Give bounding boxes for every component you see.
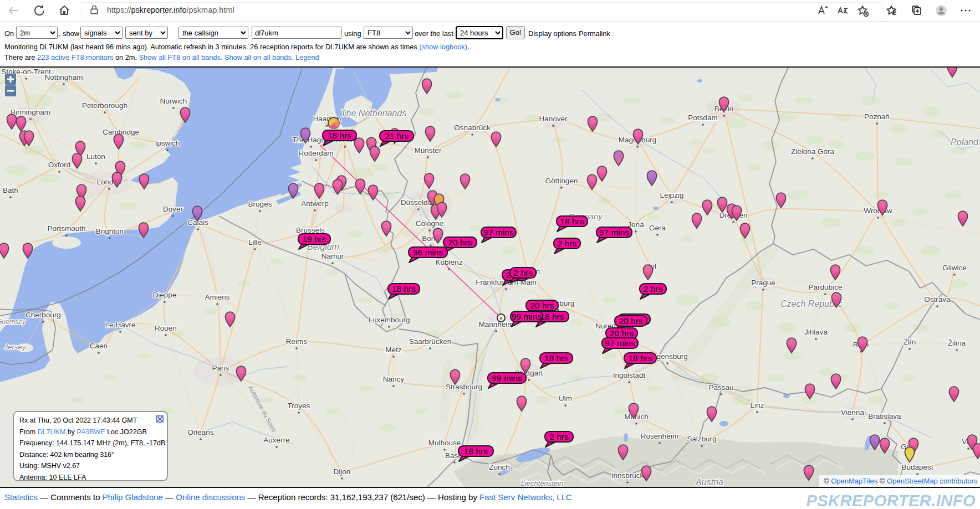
svg-text:99 mins: 99 mins <box>492 373 522 383</box>
svg-text:2 hrs: 2 hrs <box>549 432 569 441</box>
svg-text:Innsbruck: Innsbruck <box>611 471 644 480</box>
svg-text:Nancy: Nancy <box>383 375 405 383</box>
svg-text:21 hrs: 21 hrs <box>385 131 409 141</box>
svg-text:18 hrs: 18 hrs <box>464 446 488 456</box>
svg-text:Bruges: Bruges <box>248 200 272 208</box>
svg-text:Linz: Linz <box>751 401 764 409</box>
svg-text:97 mins: 97 mins <box>483 228 514 237</box>
svg-text:e: e <box>499 316 502 321</box>
svg-text:The Netherlands: The Netherlands <box>341 109 406 118</box>
svg-text:Guernsey: Guernsey <box>0 318 26 326</box>
svg-text:Hanover: Hanover <box>539 115 568 123</box>
svg-text:Münster: Münster <box>415 146 442 155</box>
svg-text:Cherbourg: Cherbourg <box>25 311 61 319</box>
svg-text:Vienna: Vienna <box>841 408 864 417</box>
svg-text:Rotterdam: Rotterdam <box>298 149 333 157</box>
svg-text:Rosenheim: Rosenheim <box>641 432 678 440</box>
svg-text:© OpenMapTiles © OpenStreetMap: © OpenMapTiles © OpenStreetMap contribut… <box>824 477 978 485</box>
svg-text:Mannheim: Mannheim <box>478 320 513 328</box>
svg-text:Luxembourg: Luxembourg <box>368 316 410 324</box>
svg-text:18 hrs: 18 hrs <box>544 353 568 363</box>
svg-text:Brighton: Brighton <box>96 227 124 235</box>
svg-text:Le Havre: Le Havre <box>105 321 136 329</box>
svg-text:Bratislava: Bratislava <box>868 412 901 420</box>
svg-text:Auxerre: Auxerre <box>263 436 289 444</box>
svg-text:Zurich: Zurich <box>489 463 510 471</box>
svg-text:Nottingham: Nottingham <box>44 73 83 81</box>
svg-text:Reims: Reims <box>286 337 308 346</box>
svg-text:Potsdam: Potsdam <box>688 114 717 122</box>
svg-text:Budapest: Budapest <box>901 463 933 471</box>
svg-text:Ingolstadt: Ingolstadt <box>613 371 646 379</box>
svg-text:20 hrs: 20 hrs <box>610 328 634 338</box>
svg-text:Osnabrück: Osnabrück <box>454 124 491 132</box>
svg-text:Saarbrücken: Saarbrücken <box>409 337 452 346</box>
svg-text:Leipzig: Leipzig <box>660 191 684 199</box>
svg-text:19 hrs: 19 hrs <box>302 234 326 244</box>
svg-text:Jersey: Jersey <box>4 343 27 351</box>
svg-text:Poland: Poland <box>951 137 979 147</box>
svg-text:Bath: Bath <box>3 186 18 194</box>
svg-text:Prague: Prague <box>751 279 775 287</box>
svg-text:Brussels: Brussels <box>296 226 325 234</box>
svg-text:Luton: Luton <box>86 152 105 161</box>
svg-text:Salzburg: Salzburg <box>687 435 716 443</box>
svg-text:Paris: Paris <box>212 364 229 372</box>
svg-text:2 hrs: 2 hrs <box>644 284 663 294</box>
svg-text:2 hrs: 2 hrs <box>558 239 577 248</box>
svg-text:Poznań: Poznań <box>864 112 890 121</box>
svg-text:Birmingham: Birmingham <box>11 108 50 116</box>
svg-text:Metz: Metz <box>385 346 402 354</box>
svg-text:Caen: Caen <box>90 342 108 350</box>
svg-text:Liechtenstein: Liechtenstein <box>521 479 564 487</box>
svg-text:Dieppe: Dieppe <box>153 291 177 299</box>
svg-text:2 hrs: 2 hrs <box>513 268 533 277</box>
svg-text:Troyes: Troyes <box>288 402 310 410</box>
svg-text:20 hrs: 20 hrs <box>619 316 642 326</box>
svg-text:18 hrs: 18 hrs <box>628 353 652 363</box>
svg-text:Mulhouse: Mulhouse <box>428 439 461 447</box>
svg-text:96 mins: 96 mins <box>413 248 443 257</box>
svg-text:Göttingen: Göttingen <box>545 177 578 185</box>
svg-text:Antwerp: Antwerp <box>301 199 329 208</box>
svg-text:Ulm: Ulm <box>559 394 572 403</box>
svg-text:Koblenz: Koblenz <box>436 258 463 266</box>
svg-text:Zlín: Zlín <box>904 338 916 346</box>
svg-text:Amiens: Amiens <box>205 293 229 301</box>
svg-text:Gliwice: Gliwice <box>942 264 967 272</box>
svg-text:Dover: Dover <box>163 205 183 213</box>
svg-text:Peterborough: Peterborough <box>82 101 127 110</box>
svg-text:Ipswich: Ipswich <box>155 139 180 147</box>
svg-text:Dijon: Dijon <box>334 467 351 476</box>
svg-text:18 hrs: 18 hrs <box>560 217 584 226</box>
svg-text:Jihlava: Jihlava <box>804 328 828 336</box>
svg-text:Norwich: Norwich <box>160 97 187 105</box>
svg-text:18 hrs: 18 hrs <box>392 284 416 294</box>
svg-text:Lille: Lille <box>248 238 262 246</box>
svg-text:Ostrava: Ostrava <box>924 295 951 304</box>
svg-text:Austria: Austria <box>695 477 723 487</box>
svg-text:Oxford: Oxford <box>48 161 71 169</box>
svg-text:Cologne: Cologne <box>416 219 443 228</box>
svg-text:Orléans: Orléans <box>187 428 214 436</box>
svg-text:Strasbourg: Strasbourg <box>446 383 482 391</box>
svg-text:Rouen: Rouen <box>155 324 177 332</box>
svg-text:Passau: Passau <box>708 383 733 392</box>
svg-text:Portsmouth: Portsmouth <box>47 224 85 233</box>
svg-text:97 mins: 97 mins <box>605 338 635 348</box>
svg-text:Pardubice: Pardubice <box>809 283 843 291</box>
svg-text:Zielona Góra: Zielona Góra <box>791 147 835 156</box>
svg-text:20 hrs: 20 hrs <box>448 238 472 247</box>
svg-text:97 mins: 97 mins <box>599 228 630 237</box>
svg-text:20 hrs: 20 hrs <box>530 301 554 310</box>
svg-text:Žilina: Žilina <box>948 339 966 347</box>
svg-text:99 mins: 99 mins <box>512 312 542 321</box>
svg-text:Namur: Namur <box>321 252 344 260</box>
svg-text:18 hrs: 18 hrs <box>540 312 564 321</box>
svg-text:18 hrs: 18 hrs <box>328 131 351 140</box>
svg-text:Gera: Gera <box>649 224 666 232</box>
